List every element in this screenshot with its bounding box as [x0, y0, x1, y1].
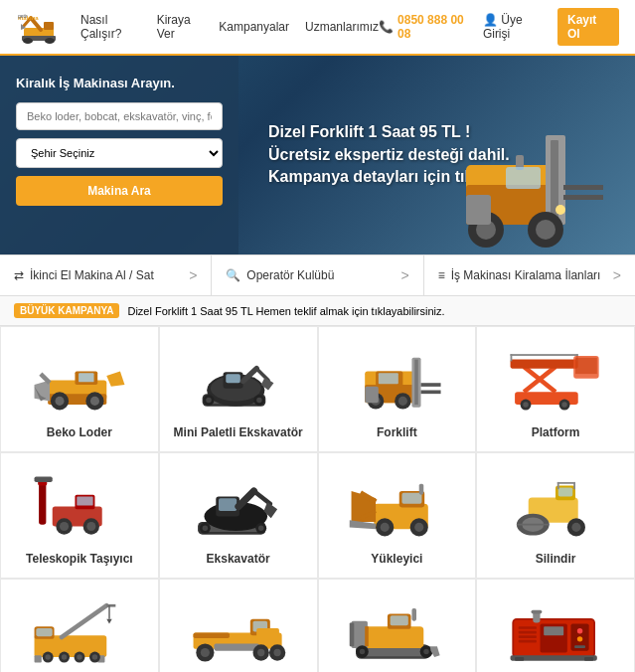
svg-rect-169 [515, 657, 524, 661]
exchange-icon: ⇄ [14, 268, 24, 282]
svg-rect-149 [412, 608, 417, 621]
platform-image [501, 343, 610, 418]
machine-card-silindir[interactable]: Silindir [476, 452, 635, 579]
machine-card-greyder[interactable]: Greyder [159, 579, 318, 672]
svg-point-111 [571, 523, 580, 532]
svg-rect-50 [421, 391, 441, 395]
quicklink-listings[interactable]: ≡ İş Makinası Kiralama İlanları > [424, 255, 635, 295]
quicklinks-bar: ⇄ İkinci El Makina Al / Sat > 🔍 Operatör… [0, 254, 635, 296]
svg-rect-156 [519, 626, 537, 629]
logo-icon[interactable]: makina getir [16, 8, 80, 46]
mini-ekskavatör-image [184, 343, 293, 418]
svg-rect-22 [506, 167, 541, 189]
phone-number: 0850 888 00 08 [397, 13, 473, 41]
nav-uzmanlar[interactable]: Uzmanlarımız [305, 20, 379, 34]
list-icon: ≡ [438, 268, 445, 282]
svg-rect-14 [563, 185, 603, 190]
machine-card-dozer[interactable]: Dozer [318, 579, 477, 672]
quicklink-second-hand[interactable]: ⇄ İkinci El Makina Al / Sat > [0, 255, 212, 295]
svg-point-42 [206, 398, 211, 403]
hero-search-title: Kiralık İş Makinası Arayın. [16, 76, 223, 90]
svg-point-153 [424, 649, 429, 654]
logo-area: makina getir [16, 8, 80, 46]
svg-rect-7 [44, 22, 54, 30]
svg-point-151 [360, 649, 365, 654]
nav-kampanyalar[interactable]: Kampanyalar [219, 20, 289, 34]
svg-rect-52 [379, 373, 398, 384]
yukleyici-label: Yükleyici [371, 552, 422, 566]
svg-rect-163 [574, 645, 585, 648]
svg-rect-104 [558, 487, 573, 496]
svg-point-161 [577, 628, 582, 633]
svg-rect-107 [557, 482, 575, 484]
login-link[interactable]: 👤 Üye Girişi [483, 13, 548, 41]
svg-point-162 [577, 636, 582, 641]
machine-card-mini-ekskavatör[interactable]: Mini Paletli Ekskavatör [159, 326, 318, 452]
svg-rect-131 [193, 633, 229, 638]
machine-card-beko-loder[interactable]: Beko Loder [0, 326, 159, 452]
svg-rect-96 [402, 493, 422, 504]
nav-kiraya[interactable]: Kiraya Ver [157, 13, 204, 41]
svg-point-28 [55, 397, 64, 406]
teleskopik-label: Teleskopik Taşıyıcı [26, 552, 133, 566]
machine-card-yukleyici[interactable]: Yükleyici [318, 452, 477, 579]
machine-search-input[interactable] [16, 102, 223, 130]
phone-area: 📞 0850 888 00 08 [379, 13, 473, 41]
svg-rect-70 [575, 358, 597, 374]
svg-rect-15 [563, 195, 603, 200]
hero-section: Kiralık İş Makinası Arayın. Şehir Seçini… [0, 56, 635, 254]
nav-nasil[interactable]: Nasıl Çalışır? [80, 13, 141, 41]
svg-rect-148 [391, 615, 408, 625]
svg-rect-143 [366, 626, 424, 648]
svg-point-4 [45, 38, 55, 44]
svg-line-26 [41, 374, 50, 383]
quicklink-operator[interactable]: 🔍 Operatör Kulübü > [212, 255, 423, 295]
svg-rect-167 [544, 626, 563, 635]
campaign-banner[interactable]: BÜYÜK KAMPANYA Dizel Forklift 1 Saat 95 … [0, 296, 635, 326]
ekskavatör-image [184, 469, 293, 544]
machine-card-teleskopik[interactable]: Teleskopik Taşıyıcı [0, 452, 159, 579]
svg-rect-20 [466, 195, 491, 225]
forklift-illustration [406, 85, 625, 254]
svg-line-87 [253, 491, 269, 504]
svg-point-140 [273, 649, 280, 656]
svg-point-99 [381, 523, 390, 532]
city-select[interactable]: Şehir Seçiniz [16, 138, 223, 168]
dozer-image [342, 595, 451, 670]
ekskavatör-label: Ekskavatör [207, 552, 270, 566]
machine-card-ekskavatör[interactable]: Ekskavatör [159, 452, 318, 579]
search-button[interactable]: Makina Ara [16, 176, 223, 206]
svg-point-91 [258, 526, 263, 531]
svg-point-138 [257, 649, 264, 656]
svg-point-68 [561, 402, 566, 407]
svg-rect-64 [511, 354, 578, 356]
machine-card-platform[interactable]: Platform [476, 326, 635, 452]
hero-text-area[interactable]: Dizel Forklift 1 Saat 95 TL ! Ücretsiz e… [238, 56, 635, 254]
svg-rect-97 [419, 484, 424, 495]
svg-point-127 [92, 654, 97, 659]
svg-point-136 [200, 648, 209, 657]
beko-loder-label: Beko Loder [47, 425, 112, 439]
svg-rect-32 [79, 373, 93, 382]
svg-point-89 [202, 526, 207, 531]
register-button[interactable]: Kayıt Ol [557, 8, 619, 46]
quicklink-label-1: Operatör Kulübü [246, 268, 334, 282]
svg-rect-57 [366, 387, 380, 403]
mini-ekskavatör-label: Mini Paletli Ekskavatör [174, 425, 303, 439]
quicklink-label-2: İş Makinası Kiralama İlanları [451, 268, 601, 282]
jeneratör-image [501, 595, 610, 670]
platform-label: Platform [532, 425, 580, 439]
machine-card-forklift[interactable]: Forklift [318, 326, 477, 452]
machine-card-jeneratör[interactable]: Jeneratör [476, 579, 635, 672]
svg-rect-49 [421, 383, 441, 387]
forklift-label: Forklift [377, 425, 417, 439]
svg-line-116 [62, 605, 106, 637]
svg-rect-48 [415, 360, 419, 405]
svg-point-101 [415, 523, 424, 532]
search-icon: 🔍 [226, 268, 240, 282]
main-nav: Nasıl Çalışır? Kiraya Ver Kampanyalar Uz… [80, 13, 379, 41]
silindir-image [501, 469, 610, 544]
svg-rect-85 [219, 498, 237, 511]
svg-rect-159 [519, 640, 537, 643]
machine-card-vinc[interactable]: Vinç [0, 579, 159, 672]
